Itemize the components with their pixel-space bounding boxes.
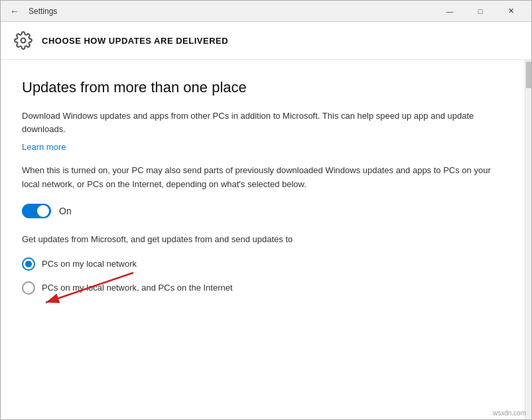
learn-more-link[interactable]: Learn more	[22, 142, 66, 152]
description-2: When this is turned on, your PC may also…	[22, 164, 503, 192]
minimize-button[interactable]: —	[434, 1, 465, 22]
main-heading: Updates from more than one place	[22, 78, 503, 98]
radio-option-internet[interactable]: PCs on my local network, and PCs on the …	[22, 281, 503, 295]
maximize-button[interactable]: □	[465, 1, 496, 22]
toggle-thumb	[37, 205, 49, 217]
settings-window: ← Settings — □ ✕ CHOOSE HOW UPDATES ARE …	[0, 0, 532, 420]
scrollbar-thumb[interactable]	[526, 62, 531, 88]
title-bar-left: ← Settings	[6, 5, 434, 18]
title-bar: ← Settings — □ ✕	[1, 1, 531, 22]
scrollbar-track	[525, 60, 531, 419]
gear-icon	[14, 31, 33, 50]
radio-option-local[interactable]: PCs on my local network	[22, 257, 503, 271]
content-area: Updates from more than one place Downloa…	[1, 60, 531, 419]
svg-point-0	[21, 38, 26, 43]
section-description: Get updates from Microsoft, and get upda…	[22, 233, 503, 247]
radio-internet-circle[interactable]	[22, 281, 35, 295]
radio-internet-label: PCs on my local network, and PCs on the …	[42, 283, 233, 293]
radio-local-label: PCs on my local network	[42, 259, 137, 269]
header-bar: CHOOSE HOW UPDATES ARE DELIVERED	[1, 22, 531, 60]
main-content: Updates from more than one place Downloa…	[1, 60, 525, 419]
watermark: wsxdn.com	[493, 409, 526, 417]
toggle-row: On	[22, 204, 503, 218]
close-button[interactable]: ✕	[496, 1, 526, 22]
window-controls: — □ ✕	[434, 1, 526, 22]
window-title: Settings	[29, 7, 57, 16]
header-title: CHOOSE HOW UPDATES ARE DELIVERED	[42, 36, 228, 46]
toggle-switch[interactable]	[22, 204, 51, 218]
toggle-label: On	[59, 206, 72, 216]
radio-local-circle[interactable]	[22, 257, 35, 271]
back-button[interactable]: ←	[6, 5, 23, 18]
description-1: Download Windows updates and apps from o…	[22, 109, 503, 137]
